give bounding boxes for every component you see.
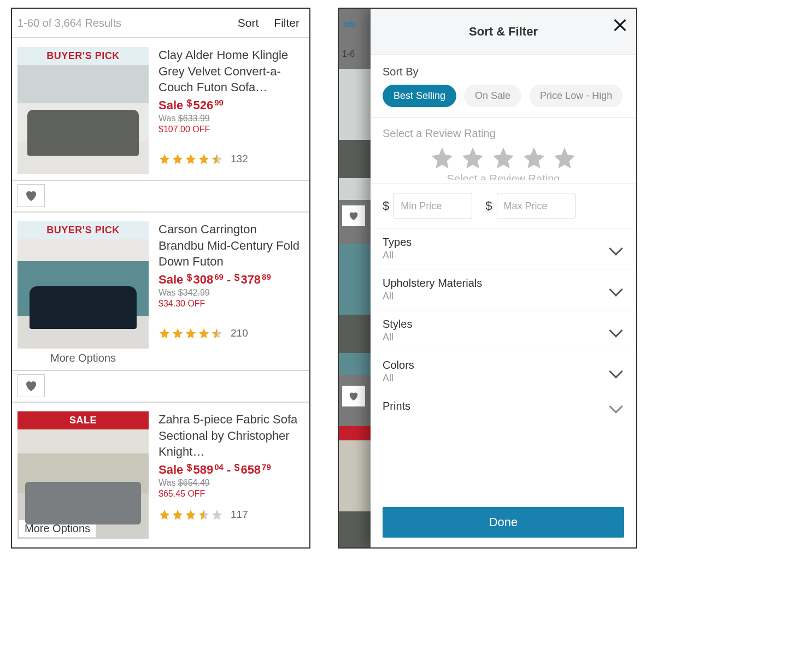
discount-amount: $34.30 OFF (158, 299, 304, 309)
star-icon (158, 509, 171, 521)
filter-button[interactable]: Filter (274, 16, 299, 30)
cat-text: Colors All (383, 359, 414, 384)
dollar-sign: $ (186, 272, 192, 283)
rating-row: 132 (158, 153, 304, 165)
product-info: Clay Alder Home Klingle Grey Velvet Conv… (158, 47, 304, 174)
category-value: All (383, 332, 412, 343)
star-icon (211, 509, 223, 521)
results-count: 1-60 of 3,664 Results (17, 17, 121, 30)
star-icon (198, 509, 210, 521)
sort-pill-best-selling[interactable]: Best Selling (383, 85, 456, 107)
was-word: Was (158, 288, 175, 297)
sort-filter-screen: ods 1-6 Sort & Filter Sort By Best Selli… (338, 8, 637, 549)
sort-button[interactable]: Sort (238, 16, 259, 30)
was-word: Was (158, 114, 175, 123)
was-price: Was $342.99 (158, 288, 304, 298)
category-name: Colors (383, 359, 414, 372)
sort-pill-on-sale[interactable]: On Sale (464, 85, 521, 107)
product-card[interactable]: BUYER'S PICK More Options Carson Carring… (12, 213, 309, 371)
star-icon (158, 153, 171, 165)
bg-heart (342, 386, 365, 406)
star-rating[interactable] (158, 509, 223, 521)
more-options-label[interactable]: More Options (17, 349, 149, 364)
star-icon[interactable] (521, 145, 547, 170)
price-cents: 99 (214, 98, 224, 107)
rating-cut-text: Select a Review Rating (383, 173, 624, 180)
chevron-down-icon (609, 282, 622, 296)
star-icon (185, 509, 197, 521)
product-image[interactable] (17, 239, 149, 349)
sort-by-section: Sort By Best Selling On Sale Price Low -… (371, 55, 636, 117)
filter-category-types[interactable]: Types All (371, 228, 636, 269)
product-left: BUYER'S PICK More Options (17, 221, 149, 364)
sort-by-label: Sort By (383, 66, 624, 78)
star-icon (211, 327, 223, 339)
old-price: $633.99 (178, 114, 210, 123)
star-icon[interactable] (429, 145, 455, 170)
price-main: 526 (193, 98, 213, 112)
sort-pill-price-low-high[interactable]: Price Low - High (529, 85, 623, 107)
dollar-icon: $ (383, 199, 389, 213)
sheet-body: Sort By Best Selling On Sale Price Low -… (371, 55, 636, 499)
bg-breadcrumb: ods (343, 20, 356, 28)
buyers-pick-badge: BUYER'S PICK (17, 221, 149, 239)
star-icon (185, 327, 197, 339)
more-options-overlay[interactable]: More Options (19, 520, 96, 538)
min-price-input[interactable] (393, 193, 472, 219)
star-rating[interactable] (158, 153, 223, 165)
max-price-input[interactable] (497, 193, 575, 219)
dollar-sign: $ (186, 462, 192, 473)
star-icon[interactable] (460, 145, 486, 170)
product-image[interactable] (17, 65, 149, 174)
filter-category-styles[interactable]: Styles All (371, 310, 636, 351)
done-button[interactable]: Done (383, 507, 624, 538)
product-left: SALE More Options (17, 411, 149, 539)
filter-category-colors[interactable]: Colors All (371, 351, 636, 392)
price2-cents: 89 (262, 272, 271, 281)
filter-category-prints[interactable]: Prints (371, 392, 636, 412)
star-rating[interactable] (158, 327, 223, 339)
product-left: BUYER'S PICK (17, 47, 149, 174)
product-info: Zahra 5-piece Fabric Sofa Sectional by C… (158, 411, 304, 539)
bg-product (339, 244, 371, 375)
product-image[interactable]: More Options (17, 429, 149, 539)
sale-word: Sale (158, 463, 183, 476)
bg-results: 1-6 (342, 49, 355, 59)
min-price-group: $ (383, 193, 472, 219)
dollar-sign: $ (186, 98, 192, 109)
category-name: Upholstery Materials (383, 277, 482, 290)
star-icon (211, 153, 223, 165)
product-title[interactable]: Zahra 5-piece Fabric Sofa Sectional by C… (158, 411, 304, 460)
was-price: Was $654.49 (158, 478, 304, 488)
favorite-button[interactable] (17, 374, 45, 397)
dollar-sign: $ (234, 272, 239, 283)
rating-stars[interactable] (383, 145, 624, 170)
review-count: 210 (231, 327, 248, 339)
was-word: Was (158, 478, 175, 487)
filter-category-upholstery[interactable]: Upholstery Materials All (371, 269, 636, 310)
product-title[interactable]: Carson Carrington Brandbu Mid-Century Fo… (158, 221, 304, 270)
discount-amount: $65.45 OFF (158, 489, 304, 499)
star-icon (172, 153, 184, 165)
review-count: 132 (231, 153, 248, 165)
sale-price: Sale $52699 (158, 98, 304, 113)
price-sep: - (224, 273, 234, 286)
cat-text: Upholstery Materials All (383, 277, 482, 302)
bg-sale-badge (339, 426, 371, 440)
price-main: 589 (193, 463, 213, 476)
price-cents: 04 (214, 462, 224, 471)
close-icon[interactable] (613, 19, 626, 32)
product-card[interactable]: SALE More Options Zahra 5-piece Fabric S… (12, 403, 309, 539)
product-title[interactable]: Clay Alder Home Klingle Grey Velvet Conv… (158, 47, 304, 96)
star-icon[interactable] (490, 145, 516, 170)
bg-heart (342, 205, 365, 226)
chevron-down-icon (609, 364, 622, 378)
star-icon (158, 327, 171, 339)
product-card[interactable]: BUYER'S PICK Clay Alder Home Klingle Gre… (12, 38, 309, 181)
favorite-button[interactable] (17, 184, 45, 207)
star-icon (185, 153, 197, 165)
chevron-down-icon (609, 399, 622, 413)
star-icon (172, 509, 184, 521)
sale-price: Sale $30869 - $37889 (158, 272, 304, 287)
star-icon[interactable] (551, 145, 578, 170)
